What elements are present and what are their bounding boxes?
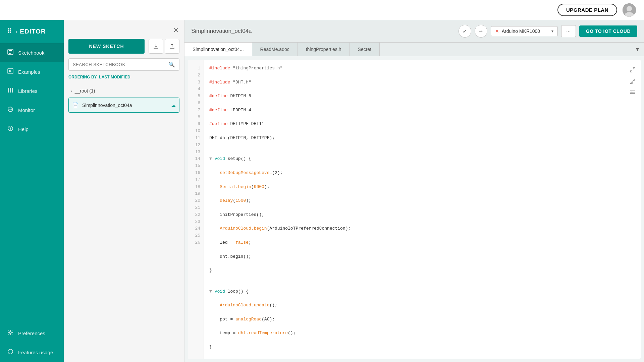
- sidebar-item-sketchbook[interactable]: Sketchbook: [0, 43, 64, 62]
- svg-point-1: [627, 6, 632, 11]
- tab-overflow-button[interactable]: ▾: [631, 43, 644, 56]
- device-name: Arduino MKR1000: [502, 28, 549, 34]
- svg-rect-6: [9, 53, 11, 54]
- sidebar-item-label-libraries: Libraries: [18, 88, 38, 94]
- verify-button[interactable]: ✓: [459, 25, 471, 38]
- editor-right-tools-bar: ✓ → ✕ Arduino MKR1000 ▾ ··· GO TO IOT CL…: [459, 25, 637, 38]
- root-folder[interactable]: › __root (1): [68, 85, 179, 96]
- panel-btn-row: NEW SKETCH: [64, 39, 184, 58]
- tab-thing-properties[interactable]: thingProperties.h: [298, 43, 350, 56]
- sidebar: ⠿ › EDITOR Sketchbook Examples Libraries: [0, 20, 64, 362]
- editor-title: Simplinnovation_oct04a: [191, 28, 252, 35]
- sidebar-title: EDITOR: [20, 28, 46, 35]
- panel-header: ✕: [64, 20, 184, 39]
- expand-button[interactable]: [628, 65, 637, 74]
- grid-icon: ⠿: [7, 27, 12, 36]
- ordering-row: ORDERING BY LAST MODIFIED: [64, 75, 184, 83]
- device-chevron-icon: ▾: [551, 29, 553, 34]
- collapse-button[interactable]: [628, 76, 637, 86]
- close-panel-button[interactable]: ✕: [173, 26, 179, 34]
- line-numbers: 1234567 891011121314 15161718192021 2223…: [188, 60, 204, 359]
- ordering-value[interactable]: LAST MODIFIED: [99, 75, 130, 79]
- sidebar-item-monitor[interactable]: Monitor: [0, 101, 64, 120]
- help-icon: ?: [7, 125, 14, 133]
- editor-area: Simplinnovation_oct04a ✓ → ✕ Arduino MKR…: [184, 20, 644, 362]
- sidebar-item-label-help: Help: [18, 126, 29, 132]
- sidebar-item-label-examples: Examples: [18, 69, 40, 75]
- tab-secret[interactable]: Secret: [350, 43, 380, 56]
- sketch-list: › __root (1) 📄 Simplinnovation_oct04a ☁: [64, 83, 184, 362]
- search-bar: 🔍: [68, 58, 179, 71]
- code-editor[interactable]: 1234567 891011121314 15161718192021 2223…: [188, 60, 641, 359]
- sidebar-item-label-sketchbook: Sketchbook: [18, 50, 44, 56]
- sidebar-item-features[interactable]: Features usage: [0, 343, 64, 362]
- editor-corner-tools: [628, 65, 637, 97]
- device-error-icon: ✕: [495, 28, 499, 34]
- upgrade-plan-button[interactable]: UPGRADE PLAN: [557, 4, 617, 16]
- device-selector[interactable]: ✕ Arduino MKR1000 ▾: [491, 26, 558, 36]
- main-layout: ⠿ › EDITOR Sketchbook Examples Libraries: [0, 20, 644, 362]
- sidebar-item-preferences[interactable]: Preferences: [0, 324, 64, 343]
- sketch-name: Simplinnovation_oct04a: [82, 103, 132, 108]
- preferences-icon: [7, 329, 14, 338]
- sketchbook-panel: ✕ NEW SKETCH 🔍 ORDERING BY LAST MODIFIED…: [64, 20, 184, 362]
- tab-main[interactable]: Simplinnovation_oct04...: [184, 43, 252, 56]
- sketch-item[interactable]: 📄 Simplinnovation_oct04a ☁: [68, 98, 179, 113]
- go-to-iot-cloud-button[interactable]: GO TO IOT CLOUD: [579, 25, 637, 37]
- svg-point-15: [8, 349, 13, 354]
- editor-chevron: ›: [16, 29, 18, 34]
- new-sketch-button[interactable]: NEW SKETCH: [68, 39, 145, 54]
- svg-rect-9: [10, 88, 11, 93]
- sidebar-item-label-features: Features usage: [18, 350, 53, 355]
- upload-button[interactable]: →: [475, 25, 487, 38]
- sidebar-item-label-monitor: Monitor: [18, 107, 35, 113]
- monitor-icon: [7, 106, 14, 114]
- sidebar-item-help[interactable]: ? Help: [0, 120, 64, 139]
- search-icon: 🔍: [168, 61, 175, 68]
- sidebar-item-libraries[interactable]: Libraries: [0, 81, 64, 101]
- avatar[interactable]: [623, 3, 636, 17]
- sidebar-item-examples[interactable]: Examples: [0, 62, 64, 81]
- code-tabs: Simplinnovation_oct04... ReadMe.adoc thi…: [184, 43, 644, 56]
- features-icon: [7, 348, 14, 357]
- svg-rect-5: [9, 52, 12, 52]
- export-button[interactable]: [165, 39, 179, 54]
- more-options-button[interactable]: ···: [561, 25, 576, 37]
- indent-button[interactable]: [628, 88, 637, 97]
- editor-toolbar: Simplinnovation_oct04a ✓ → ✕ Arduino MKR…: [184, 20, 644, 43]
- topbar: UPGRADE PLAN: [0, 0, 644, 20]
- code-content[interactable]: #include "thingProperties.h" #include "D…: [204, 60, 641, 359]
- import-button[interactable]: [149, 39, 163, 54]
- ordering-prefix: ORDERING BY: [68, 75, 97, 79]
- svg-rect-4: [9, 50, 12, 51]
- examples-icon: [7, 68, 14, 76]
- sidebar-logo: ⠿ › EDITOR: [0, 20, 64, 43]
- tab-readme[interactable]: ReadMe.adoc: [252, 43, 298, 56]
- svg-text:?: ?: [9, 127, 11, 130]
- cloud-icon: ☁: [171, 103, 176, 108]
- svg-point-14: [9, 331, 11, 334]
- svg-rect-10: [12, 88, 13, 93]
- sketchbook-icon: [7, 49, 14, 57]
- folder-name: __root (1): [75, 88, 95, 94]
- libraries-icon: [7, 87, 14, 95]
- file-icon: 📄: [72, 102, 79, 108]
- sidebar-item-label-preferences: Preferences: [18, 330, 45, 336]
- svg-rect-8: [8, 88, 9, 93]
- search-input[interactable]: [73, 62, 168, 67]
- folder-chevron: ›: [70, 88, 72, 94]
